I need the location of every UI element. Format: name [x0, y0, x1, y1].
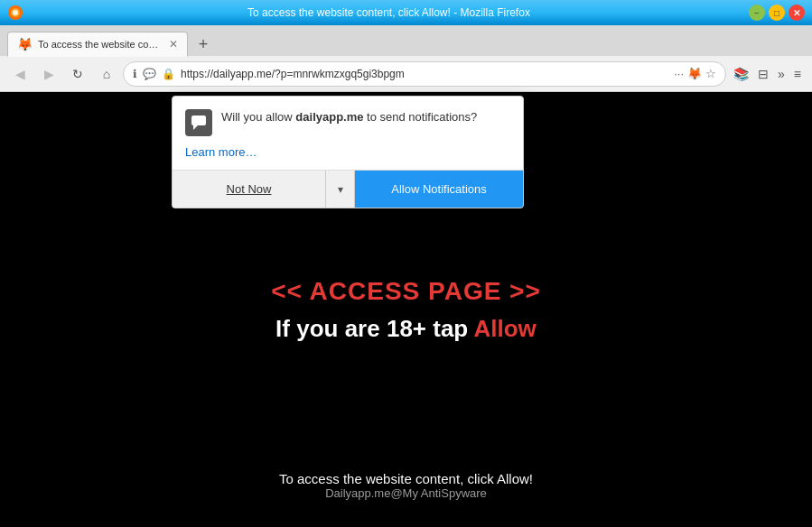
footer-line2: Dailyapp.me@My AntiSpyware — [279, 486, 533, 500]
library-button[interactable]: 📚 — [730, 63, 752, 85]
title-bar: To access the website content, click All… — [0, 0, 812, 25]
access-subtitle: If you are 18+ tap Allow — [275, 315, 537, 343]
content-area: Will you allow dailyapp.me to send notif… — [0, 92, 812, 527]
footer-line1: To access the website content, click All… — [279, 471, 533, 486]
close-button[interactable]: ✕ — [789, 5, 805, 21]
subtitle-allow: Allow — [474, 315, 537, 342]
subtitle-pre: If you are 18+ tap — [275, 315, 473, 342]
firefox-icon — [7, 5, 23, 21]
chat-icon — [185, 109, 212, 136]
lock-icon: 🔒 — [162, 68, 175, 80]
not-now-section: Not Now — [173, 171, 326, 208]
footer: To access the website content, click All… — [279, 471, 533, 500]
window-title: To access the website content, click All… — [29, 6, 749, 19]
new-tab-button[interactable]: + — [191, 32, 215, 56]
synced-tabs-button[interactable]: ⊟ — [754, 63, 772, 85]
tab-close-button[interactable]: ✕ — [169, 38, 178, 51]
home-button[interactable]: ⌂ — [94, 61, 119, 87]
info-icon: ℹ — [133, 68, 137, 80]
tab-label: To access the website cont… — [38, 39, 163, 50]
allow-notifications-button[interactable]: Allow Notifications — [355, 171, 523, 208]
svg-point-2 — [13, 10, 18, 15]
minimize-button[interactable]: − — [749, 5, 765, 21]
more-button[interactable]: ··· — [674, 67, 684, 80]
bookmark-button[interactable]: ☆ — [705, 67, 716, 80]
popup-message: Will you allow dailyapp.me to send notif… — [221, 109, 477, 125]
toolbar-right: 📚 ⊟ » ≡ — [730, 63, 805, 85]
popup-site: dailyapp.me — [295, 110, 363, 124]
pocket-icon[interactable]: 🦊 — [687, 67, 702, 80]
menu-button[interactable]: ≡ — [790, 63, 805, 85]
tab-favicon: 🦊 — [17, 37, 33, 51]
restore-button[interactable]: □ — [769, 5, 785, 21]
page-content: << ACCESS PAGE >> If you are 18+ tap All… — [253, 259, 559, 361]
notification-icon: 💬 — [143, 68, 156, 80]
popup-buttons: Not Now ▾ Allow Notifications — [173, 170, 523, 208]
popup-header: Will you allow dailyapp.me to send notif… — [185, 109, 510, 136]
popup-learn-more-container: Learn more… — [185, 143, 510, 170]
overflow-button[interactable]: » — [774, 63, 789, 85]
nav-bar: ◀ ▶ ↻ ⌂ ℹ 💬 🔒 https://dailyapp.me/?p=mnr… — [0, 56, 812, 92]
address-bar-actions: ··· 🦊 ☆ — [674, 67, 716, 80]
not-now-button[interactable]: Not Now — [173, 182, 325, 196]
back-button[interactable]: ◀ — [7, 61, 33, 87]
access-title: << ACCESS PAGE >> — [271, 277, 541, 306]
popup-message-pre: Will you allow — [221, 110, 295, 124]
not-now-dropdown[interactable]: ▾ — [326, 171, 355, 208]
notification-popup: Will you allow dailyapp.me to send notif… — [172, 96, 524, 208]
address-bar[interactable]: ℹ 💬 🔒 https://dailyapp.me/?p=mnrwkmzxgq5… — [123, 61, 726, 87]
active-tab[interactable]: 🦊 To access the website cont… ✕ — [7, 32, 188, 57]
tab-bar: 🦊 To access the website cont… ✕ + — [0, 25, 812, 56]
popup-message-post: to send notifications? — [364, 110, 478, 124]
url-display: https://dailyapp.me/?p=mnrwkmzxgq5gi3bpg… — [181, 68, 668, 80]
learn-more-link[interactable]: Learn more… — [185, 145, 257, 159]
reload-button[interactable]: ↻ — [65, 61, 90, 87]
forward-button[interactable]: ▶ — [36, 61, 61, 87]
svg-rect-3 — [191, 116, 206, 125]
svg-marker-4 — [193, 125, 198, 130]
window-controls: − □ ✕ — [749, 5, 805, 21]
